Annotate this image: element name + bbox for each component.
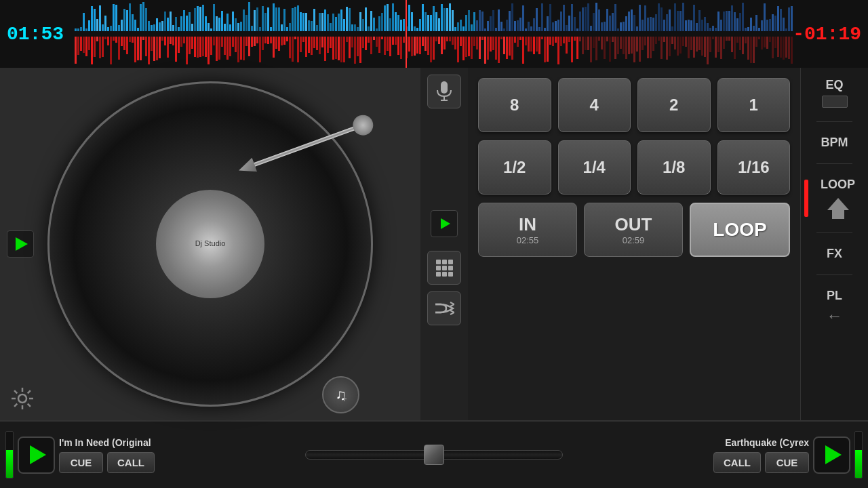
house-body-icon [832, 210, 844, 219]
settings-icon[interactable] [7, 383, 37, 413]
shuffle-button[interactable] [427, 291, 461, 325]
right-deck-play-button[interactable] [813, 436, 850, 474]
right-deck-info: Earthquake (Cyrex CALL CUE [592, 437, 809, 473]
svg-rect-16 [442, 266, 447, 270]
loop-row-1: 8 4 2 1 [478, 78, 790, 132]
svg-rect-14 [448, 260, 453, 264]
right-deck-play-icon [825, 445, 842, 464]
crossfader-thumb[interactable] [424, 445, 444, 465]
svg-point-0 [18, 394, 26, 403]
left-vu-meter [5, 431, 14, 479]
waveform-bottom [75, 37, 793, 66]
left-deck-info: I'm In Need (Original CUE CALL [59, 437, 276, 473]
center-play-triangle [441, 218, 450, 229]
waveform-top [75, 1, 793, 31]
time-right: -01:19 [793, 24, 861, 45]
left-deck-play-button[interactable] [18, 436, 55, 474]
loop-active-indicator [804, 180, 808, 217]
svg-line-8 [14, 403, 17, 406]
eq-icon [822, 96, 848, 108]
loop-btn-8[interactable]: 8 [478, 78, 551, 132]
left-deck-play-icon [30, 445, 46, 464]
right-cue-button[interactable]: CUE [765, 452, 809, 473]
sidebar-pl-button[interactable]: PL ← [804, 289, 865, 325]
loop-btn-eighth[interactable]: 1/8 [637, 140, 711, 195]
loop-btn-half[interactable]: 1/2 [478, 140, 551, 195]
sidebar-bpm-button[interactable]: BPM [804, 136, 865, 150]
house-roof-icon [827, 198, 849, 210]
left-track-title: I'm In Need (Original [59, 437, 276, 448]
center-play-button[interactable] [431, 210, 458, 237]
loop-row-2: 1/2 1/4 1/8 1/16 [478, 140, 790, 195]
shuffle-icon [434, 301, 454, 316]
crossfader-track[interactable] [305, 450, 563, 460]
music-plus-icon: + [341, 393, 347, 404]
play-button-left[interactable] [7, 230, 34, 258]
svg-line-6 [27, 403, 30, 406]
svg-rect-19 [442, 272, 447, 277]
right-sidebar: EQ BPM LOOP FX PL [800, 68, 868, 420]
loop-panel: 8 4 2 1 1/2 1/4 1/8 1/16 [468, 68, 800, 420]
left-deck: I'm In Need (Original CUE CALL [0, 421, 281, 488]
loop-btn-1[interactable]: 1 [717, 78, 791, 132]
mic-icon [435, 81, 453, 102]
loop-main-button[interactable]: LOOP [690, 203, 790, 257]
house-icon-wrapper [827, 198, 849, 219]
right-call-button[interactable]: CALL [713, 452, 761, 473]
svg-rect-17 [448, 266, 453, 270]
grid-button[interactable] [427, 251, 461, 285]
svg-rect-9 [441, 81, 448, 94]
loop-btn-quarter[interactable]: 1/4 [558, 140, 631, 195]
right-deck: Earthquake (Cyrex CALL CUE [587, 421, 868, 488]
out-button[interactable]: OUT 02:59 [584, 203, 683, 257]
back-arrow-icon: ← [827, 306, 843, 325]
turntable-section: Dj Studio [0, 68, 420, 420]
in-button[interactable]: IN 02:55 [478, 203, 577, 257]
right-track-title: Earthquake (Cyrex [725, 437, 809, 448]
music-note-button[interactable]: ♫ + [322, 376, 359, 413]
left-cue-button[interactable]: CUE [59, 452, 103, 473]
play-triangle-icon [16, 237, 28, 251]
divider-3 [816, 232, 852, 233]
svg-rect-20 [448, 272, 453, 277]
waveform-display [75, 0, 793, 68]
loop-btn-4[interactable]: 4 [558, 78, 631, 132]
svg-line-7 [27, 390, 30, 393]
turntable-label-area: Dj Studio [156, 190, 264, 298]
loop-btn-2[interactable]: 2 [637, 78, 711, 132]
turntable-label-text: Dj Studio [195, 239, 226, 248]
mic-button[interactable] [427, 75, 461, 108]
turntable-disc[interactable]: Dj Studio [47, 81, 373, 407]
right-vu-meter [854, 431, 863, 479]
right-vu-green [855, 450, 862, 478]
time-left: 01:53 [7, 24, 64, 45]
playhead [406, 0, 407, 68]
grid-icon [435, 258, 454, 277]
main-area: Dj Studio [0, 68, 868, 420]
sidebar-fx-button[interactable]: FX [804, 247, 865, 261]
divider-1 [816, 121, 852, 122]
sidebar-loop-button[interactable]: LOOP [811, 178, 865, 219]
svg-rect-13 [442, 260, 447, 264]
divider-4 [816, 274, 852, 275]
left-call-button[interactable]: CALL [107, 452, 155, 473]
crossfader-section [281, 421, 587, 488]
left-deck-buttons: CUE CALL [59, 452, 276, 473]
vu-green [6, 450, 13, 478]
sidebar-loop-wrapper: LOOP [804, 178, 865, 219]
divider-2 [816, 163, 852, 164]
svg-rect-15 [436, 266, 441, 270]
gear-icon [9, 385, 36, 412]
svg-rect-12 [436, 260, 441, 264]
svg-line-5 [14, 390, 17, 393]
inout-row: IN 02:55 OUT 02:59 LOOP [478, 203, 790, 257]
sidebar-eq-button[interactable]: EQ [804, 78, 865, 108]
bottom-bar: I'm In Need (Original CUE CALL Earthquak… [0, 420, 868, 488]
loop-btn-sixteenth[interactable]: 1/16 [717, 140, 791, 195]
svg-rect-18 [436, 272, 441, 277]
right-deck-buttons: CALL CUE [713, 452, 809, 473]
waveform-bar: 01:53 -01:19 [0, 0, 868, 68]
center-controls [420, 68, 468, 420]
